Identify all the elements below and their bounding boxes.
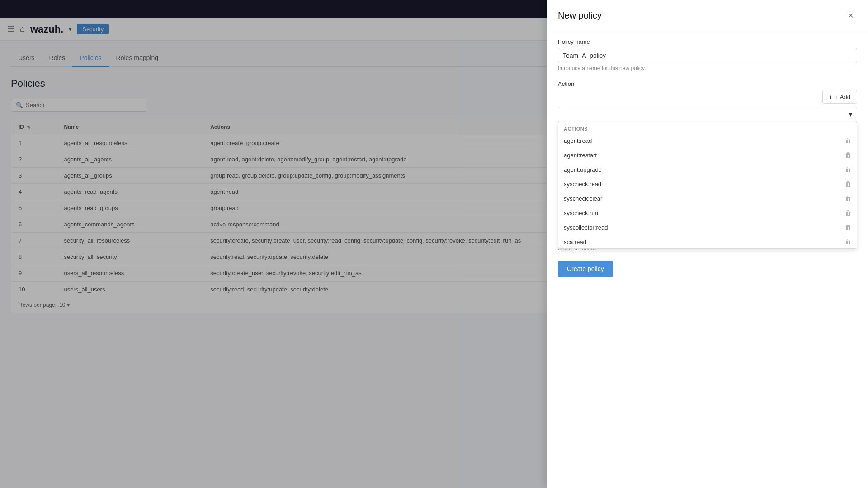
delete-action-icon[interactable]: 🗑 bbox=[845, 209, 851, 216]
policy-name-label: Policy name bbox=[558, 38, 857, 45]
create-button-container: Create policy bbox=[558, 261, 857, 277]
delete-action-icon[interactable]: 🗑 bbox=[845, 224, 851, 231]
delete-action-icon[interactable]: 🗑 bbox=[845, 151, 851, 159]
action-dropdown-item[interactable]: syscheck:run 🗑 bbox=[558, 206, 857, 220]
create-policy-button[interactable]: Create policy bbox=[558, 261, 613, 277]
new-policy-panel: New policy × Policy name Introduce a nam… bbox=[547, 0, 868, 322]
delete-action-icon[interactable]: 🗑 bbox=[845, 238, 851, 245]
policy-name-input[interactable] bbox=[558, 48, 857, 63]
delete-action-icon[interactable]: 🗑 bbox=[845, 180, 851, 188]
add-action-button[interactable]: + + Add bbox=[822, 90, 857, 104]
policy-name-hint: Introduce a name for this new policy. bbox=[558, 65, 857, 71]
delete-action-icon[interactable]: 🗑 bbox=[845, 195, 851, 202]
panel-title: New policy bbox=[558, 10, 602, 21]
action-group: Action + + Add ▾ Actions agent:read 🗑 bbox=[558, 80, 857, 130]
actions-section-label: Actions bbox=[558, 122, 857, 133]
action-dropdown-item[interactable]: agent:restart 🗑 bbox=[558, 148, 857, 162]
action-dropdown-menu: Actions agent:read 🗑 agent:restart 🗑 age… bbox=[558, 122, 857, 249]
action-dropdown-item[interactable]: agent:read 🗑 bbox=[558, 133, 857, 148]
add-action-icon: + bbox=[829, 94, 833, 100]
action-dropdown-item[interactable]: syscheck:clear 🗑 bbox=[558, 191, 857, 206]
panel-body: Policy name Introduce a name for this ne… bbox=[547, 29, 868, 286]
panel-header: New policy × bbox=[547, 0, 868, 29]
chevron-down-icon: ▾ bbox=[849, 111, 852, 118]
action-dropdown-item[interactable]: sca:read 🗑 bbox=[558, 235, 857, 249]
action-label: Action bbox=[558, 80, 857, 87]
action-dropdown-item[interactable]: syscollector:read 🗑 bbox=[558, 220, 857, 235]
action-dropdown-button[interactable]: ▾ bbox=[558, 107, 857, 122]
action-dropdown: ▾ Actions agent:read 🗑 agent:restart 🗑 a… bbox=[558, 107, 857, 122]
action-dropdown-item[interactable]: agent:upgrade 🗑 bbox=[558, 162, 857, 177]
delete-action-icon[interactable]: 🗑 bbox=[845, 137, 851, 144]
policy-name-group: Policy name Introduce a name for this ne… bbox=[558, 38, 857, 71]
delete-action-icon[interactable]: 🗑 bbox=[845, 166, 851, 173]
action-dropdown-item[interactable]: syscheck:read 🗑 bbox=[558, 177, 857, 191]
panel-close-button[interactable]: × bbox=[844, 9, 857, 22]
